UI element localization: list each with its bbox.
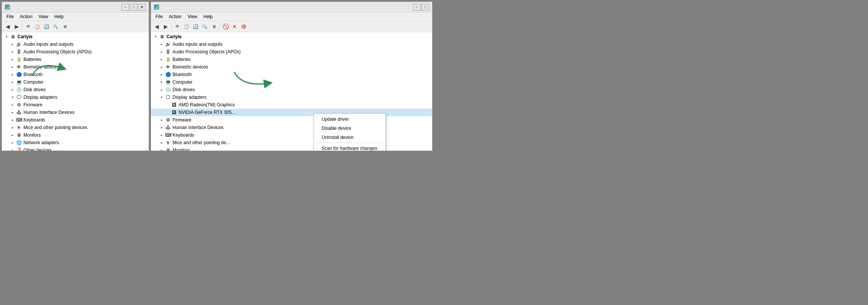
expand-btn-carlyle[interactable]: ▾ [3, 34, 9, 40]
tree-item-batteries[interactable]: ▸🔋Batteries [2, 56, 149, 63]
right-computer-button[interactable]: 🖥 [210, 22, 218, 31]
right-menu-help[interactable]: Help [201, 13, 216, 20]
right-maximize-button[interactable]: □ [422, 4, 429, 11]
tree-item-biometric[interactable]: ▸👁Biometric devices [2, 63, 149, 71]
tree-item-display2[interactable]: ▾🖵Display adapters [151, 93, 432, 101]
left-properties-button[interactable]: 📋 [33, 22, 42, 31]
right-show-hidden-button[interactable]: 👁 [173, 22, 182, 31]
tree-item-hid2[interactable]: ▸🕹Human Interface Devices [151, 124, 432, 131]
tree-item-firmware[interactable]: ▸⚙Firmware [2, 101, 149, 109]
left-menu-help[interactable]: Help [51, 13, 67, 20]
tree-item-network[interactable]: ▸🌐Network adapters [2, 139, 149, 146]
context-menu-item-scan[interactable]: Scan for hardware changes [314, 144, 385, 151]
left-menu-view[interactable]: View [36, 13, 51, 20]
left-computer-button[interactable]: 🖥 [61, 22, 69, 31]
expand-btn-disk[interactable]: ▸ [9, 87, 16, 93]
expand-btn-apo2[interactable]: ▸ [159, 49, 165, 55]
left-tree[interactable]: ▾🖥Carlyle▸🔊Audio inputs and outputs▸🎛Aud… [2, 32, 149, 151]
expand-btn-firmware2[interactable]: ▸ [159, 117, 165, 123]
expand-btn-batteries[interactable]: ▸ [9, 56, 16, 62]
left-minimize-button[interactable]: ─ [121, 4, 129, 11]
right-uninstall-button[interactable]: ✕ [230, 22, 239, 31]
expand-btn-batteries2[interactable]: ▸ [159, 56, 165, 62]
expand-btn-biometric2[interactable]: ▸ [159, 64, 165, 70]
right-menu-view[interactable]: View [185, 13, 201, 20]
expand-btn-bluetooth2[interactable]: ▸ [159, 72, 165, 78]
tree-item-firmware2[interactable]: ▸⚙Firmware [151, 116, 432, 124]
expand-btn-display2[interactable]: ▾ [159, 94, 165, 100]
expand-btn-computer[interactable]: ▸ [9, 79, 16, 85]
left-show-hidden-button[interactable]: 👁 [24, 22, 33, 31]
expand-btn-bluetooth[interactable]: ▸ [9, 72, 16, 78]
right-scan-button[interactable]: 🔍 [201, 22, 209, 31]
expand-btn-biometric[interactable]: ▸ [9, 64, 16, 70]
tree-item-bluetooth2[interactable]: ▸🔵Bluetooth [151, 71, 432, 78]
tree-item-computer2[interactable]: ▸💻Computer [151, 78, 432, 86]
item-icon-hid2: 🕹 [165, 124, 171, 131]
expand-btn-apo[interactable]: ▸ [9, 49, 16, 55]
expand-btn-keyboards2[interactable]: ▸ [159, 132, 165, 138]
expand-btn-other[interactable]: ▸ [9, 147, 16, 151]
tree-item-biometric2[interactable]: ▸👁Biometric devices [151, 63, 432, 71]
expand-btn-monitors2[interactable]: ▸ [159, 147, 165, 151]
left-menu-action[interactable]: Action [17, 13, 35, 20]
right-forward-button[interactable]: ▶ [162, 22, 170, 31]
tree-item-bluetooth[interactable]: ▸🔵Bluetooth [2, 71, 149, 78]
expand-btn-mice[interactable]: ▸ [9, 124, 16, 131]
expand-btn-firmware[interactable]: ▸ [9, 102, 16, 108]
expand-btn-monitors[interactable]: ▸ [9, 132, 16, 138]
right-menu-file[interactable]: File [152, 13, 166, 20]
tree-item-monitors[interactable]: ▸🖥Monitors [2, 131, 149, 139]
left-back-button[interactable]: ◀ [3, 22, 12, 31]
tree-item-nvidia[interactable]: ▸🖼NVIDIA GeForce RTX 305... [151, 109, 432, 116]
tree-item-disk2[interactable]: ▸💿Disk drives [151, 86, 432, 93]
right-properties-button[interactable]: 📋 [182, 22, 191, 31]
tree-item-computer[interactable]: ▸💻Computer [2, 78, 149, 86]
expand-btn-audio2[interactable]: ▸ [159, 41, 165, 47]
expand-btn-network[interactable]: ▸ [9, 140, 16, 146]
tree-item-keyboards[interactable]: ▸⌨Keyboards [2, 116, 149, 124]
expand-btn-hid[interactable]: ▸ [9, 109, 16, 115]
context-menu-item-update[interactable]: Update driver [314, 115, 385, 124]
tree-item-display[interactable]: ▾🖵Display adapters [2, 93, 149, 101]
left-close-button[interactable]: ✕ [138, 4, 146, 11]
right-tree[interactable]: ▾🖥Carlyle▸🔊Audio inputs and outputs▸🎛Aud… [151, 32, 432, 151]
context-menu-item-disable[interactable]: Disable device [314, 124, 385, 133]
right-disable-button[interactable]: 🚫 [221, 22, 230, 31]
left-update-driver-button[interactable]: 🔄 [42, 22, 51, 31]
tree-item-carlyle2[interactable]: ▾🖥Carlyle [151, 33, 432, 40]
expand-btn-audio[interactable]: ▸ [9, 41, 16, 47]
tree-item-audio[interactable]: ▸🔊Audio inputs and outputs [2, 40, 149, 48]
expand-btn-mice2[interactable]: ▸ [159, 140, 165, 146]
right-update-driver-button[interactable]: 🔄 [191, 22, 200, 31]
expand-btn-computer2[interactable]: ▸ [159, 79, 165, 85]
tree-item-keyboards2[interactable]: ▸⌨Keyboards [151, 131, 432, 139]
tree-item-apo[interactable]: ▸🎛Audio Processing Objects (APOs) [2, 48, 149, 56]
left-forward-button[interactable]: ▶ [12, 22, 21, 31]
tree-item-mice[interactable]: ▸🖱Mice and other pointing devices [2, 124, 149, 131]
left-toolbar-sep1 [22, 23, 23, 30]
tree-item-disk[interactable]: ▸💿Disk drives [2, 86, 149, 93]
right-menu-action[interactable]: Action [166, 13, 184, 20]
expand-btn-carlyle2[interactable]: ▾ [152, 34, 159, 40]
expand-btn-display[interactable]: ▾ [9, 94, 16, 100]
tree-item-amd[interactable]: ▸🖼AMD Radeon(TM) Graphics [151, 101, 432, 109]
tree-item-other[interactable]: ▸❓Other devices [2, 146, 149, 151]
expand-btn-hid2[interactable]: ▸ [159, 124, 165, 131]
left-scan-button[interactable]: 🔍 [51, 22, 60, 31]
right-back-button[interactable]: ◀ [152, 22, 161, 31]
expand-btn-keyboards[interactable]: ▸ [9, 117, 16, 123]
right-minimize-button[interactable]: ─ [413, 4, 421, 11]
left-menu-file[interactable]: File [3, 13, 17, 20]
tree-item-audio2[interactable]: ▸🔊Audio inputs and outputs [151, 40, 432, 48]
left-maximize-button[interactable]: □ [130, 4, 137, 11]
tree-item-carlyle[interactable]: ▾🖥Carlyle [2, 33, 149, 40]
right-target-button[interactable]: 🎯 [240, 22, 248, 31]
expand-btn-disk2[interactable]: ▸ [159, 87, 165, 93]
context-menu-item-uninstall[interactable]: Uninstall device [314, 133, 385, 142]
tree-item-monitors2[interactable]: ▸🖥Monitors [151, 146, 432, 151]
tree-item-batteries2[interactable]: ▸🔋Batteries [151, 56, 432, 63]
tree-item-mice2[interactable]: ▸🖱Mice and other pointing de... [151, 139, 432, 146]
tree-item-hid[interactable]: ▸🕹Human Interface Devices [2, 109, 149, 116]
tree-item-apo2[interactable]: ▸🎛Audio Processing Objects (APOs) [151, 48, 432, 56]
